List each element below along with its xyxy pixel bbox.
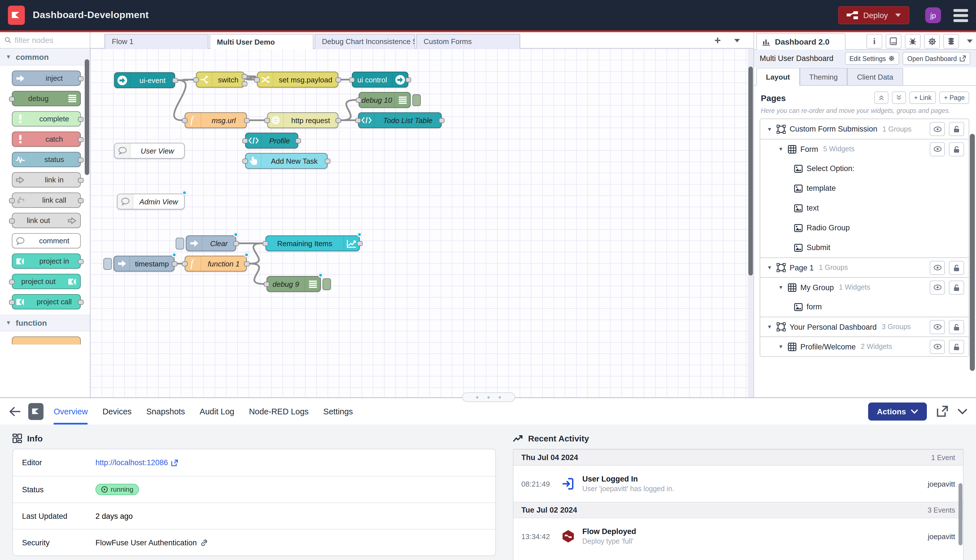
palette-node-status[interactable]: status xyxy=(12,152,81,167)
gear-icon[interactable] xyxy=(924,34,940,48)
tree-page-page-1[interactable]: ▼Page 11 Groups xyxy=(760,257,969,277)
tree-page-custom-form-submission[interactable]: ▼Custom Form Submission1 Groups xyxy=(760,119,969,139)
inject-button[interactable] xyxy=(176,238,184,250)
edit-settings-button[interactable]: Edit Settings xyxy=(845,52,899,65)
debug-toggle-button[interactable] xyxy=(322,278,331,290)
tree-group-my-group[interactable]: ▼My Group1 Widgets xyxy=(760,277,969,297)
palette-node-comment[interactable]: comment xyxy=(12,233,81,248)
instance-tab-node-red-logs[interactable]: Node-RED Logs xyxy=(249,398,309,425)
book-icon[interactable] xyxy=(886,34,901,48)
palette-category-function[interactable]: ▼function xyxy=(0,315,90,332)
info-icon[interactable]: i xyxy=(866,34,882,48)
flow-tab-multi-user-demo[interactable]: Multi User Demo xyxy=(210,34,314,49)
chevron-down-icon[interactable]: ▼ xyxy=(767,265,772,270)
tree-widget-radio-group[interactable]: Radio Group xyxy=(760,218,969,238)
deploy-caret-icon[interactable] xyxy=(895,13,901,17)
flow-tab-debug-chart-inconsistence-s[interactable]: Debug Chart Inconsistence S xyxy=(315,34,415,48)
main-menu-icon[interactable] xyxy=(953,9,968,22)
unlock-button[interactable] xyxy=(949,142,964,156)
canvas-vscroll-thumb[interactable] xyxy=(748,67,753,275)
tree-widget-text[interactable]: text xyxy=(760,198,969,218)
input-port[interactable] xyxy=(356,98,362,103)
palette-filter[interactable]: filter nodes xyxy=(0,32,90,48)
bug-icon[interactable] xyxy=(905,34,921,48)
input-port[interactable] xyxy=(9,300,15,305)
visibility-button[interactable] xyxy=(930,260,945,275)
palette-node-project-in[interactable]: project in xyxy=(12,253,81,269)
output-port[interactable] xyxy=(244,118,250,123)
unlock-button[interactable] xyxy=(949,320,964,334)
move-up-button[interactable] xyxy=(874,92,888,104)
visibility-button[interactable] xyxy=(930,142,945,156)
palette-node-complete[interactable]: complete xyxy=(12,111,81,127)
move-down-button[interactable] xyxy=(892,92,906,104)
tree-group-form[interactable]: ▼Form5 Widgets xyxy=(760,139,969,158)
node-todo-list-table[interactable]: Todo List Table xyxy=(358,112,442,128)
add-link-button[interactable]: + Link xyxy=(909,92,936,104)
output-port[interactable] xyxy=(172,262,177,267)
node-ui-event[interactable]: ui-event xyxy=(114,72,175,88)
output-port[interactable] xyxy=(78,76,83,81)
sidebar-caret-icon[interactable] xyxy=(967,40,973,43)
node-switch[interactable]: switch xyxy=(196,72,245,88)
input-port[interactable] xyxy=(264,118,270,123)
activity-event-row[interactable]: 08:21:49 User Logged In User 'joepavitt'… xyxy=(514,466,963,502)
input-port[interactable] xyxy=(264,282,269,287)
output-port[interactable] xyxy=(78,178,83,183)
chevron-down-icon[interactable]: ▼ xyxy=(778,344,784,350)
unlock-button[interactable] xyxy=(949,122,964,136)
panel-resize-handle[interactable] xyxy=(462,392,515,402)
editor-link[interactable]: http://localhost:12086 xyxy=(95,458,178,467)
unlock-button[interactable] xyxy=(949,340,964,354)
palette-scrollbar[interactable] xyxy=(85,59,89,175)
chevron-down-icon[interactable]: ▼ xyxy=(767,126,772,132)
instance-tab-audit-log[interactable]: Audit Log xyxy=(200,398,234,425)
palette-node-project-out[interactable]: project out xyxy=(12,274,81,289)
visibility-button[interactable] xyxy=(930,122,945,136)
output-port[interactable] xyxy=(78,198,83,203)
node-timestamp[interactable]: timestamp xyxy=(113,256,175,272)
sidebar-scrollbar[interactable] xyxy=(970,134,975,371)
visibility-button[interactable] xyxy=(930,340,945,354)
output-port[interactable] xyxy=(172,78,178,83)
palette-node-project-call[interactable]: project call xyxy=(12,294,81,309)
flow-canvas[interactable]: ui-eventswitchset msg.payloadui controld… xyxy=(90,48,754,397)
input-port[interactable] xyxy=(242,158,248,164)
palette-node-catch[interactable]: catch xyxy=(12,132,81,147)
palette-category-common[interactable]: ▼common xyxy=(0,48,90,65)
node-debug-10[interactable]: debug 10 xyxy=(359,92,410,108)
input-port[interactable] xyxy=(349,77,355,82)
node-clear[interactable]: Clear xyxy=(186,235,236,251)
input-port[interactable] xyxy=(9,280,15,285)
input-port[interactable] xyxy=(263,241,268,246)
node-ui-control[interactable]: ui control xyxy=(352,72,408,88)
add-page-button[interactable]: + Page xyxy=(939,92,969,104)
node-msg-url[interactable]: fmsg.url xyxy=(185,112,247,128)
chevron-down-icon[interactable]: ▼ xyxy=(767,324,772,330)
instance-tab-devices[interactable]: Devices xyxy=(102,398,132,425)
activity-event-row[interactable]: 13:34:42 Flow Deployed Deploy type 'full… xyxy=(514,518,963,554)
back-arrow-icon[interactable] xyxy=(9,406,20,416)
node-remaining-items[interactable]: Remaining Items xyxy=(265,235,360,251)
avatar[interactable]: jp xyxy=(925,7,941,23)
actions-button[interactable]: Actions xyxy=(868,402,927,420)
node-add-new-task[interactable]: Add New Task xyxy=(245,153,328,169)
output-port[interactable] xyxy=(335,118,341,123)
input-port[interactable] xyxy=(242,138,248,143)
unlock-button[interactable] xyxy=(949,260,964,275)
debug-toggle-button[interactable] xyxy=(412,94,421,106)
open-dashboard-button[interactable]: Open Dashboard xyxy=(903,52,970,65)
tree-widget-select-option-[interactable]: Select Option: xyxy=(760,158,969,178)
chevron-down-icon[interactable]: ▼ xyxy=(778,285,784,290)
input-port[interactable] xyxy=(254,77,260,82)
output-port[interactable] xyxy=(78,137,83,142)
output-port[interactable] xyxy=(325,158,330,164)
palette-node-link-in[interactable]: link in xyxy=(12,172,81,187)
tab-client-data[interactable]: Client Data xyxy=(847,68,903,86)
add-flow-button[interactable]: + xyxy=(714,35,721,46)
palette-node-function-partial[interactable] xyxy=(12,337,81,344)
palette-node-inject[interactable]: inject xyxy=(12,70,81,86)
output-port[interactable] xyxy=(335,77,341,82)
visibility-button[interactable] xyxy=(930,320,945,334)
tab-theming[interactable]: Theming xyxy=(799,68,847,86)
